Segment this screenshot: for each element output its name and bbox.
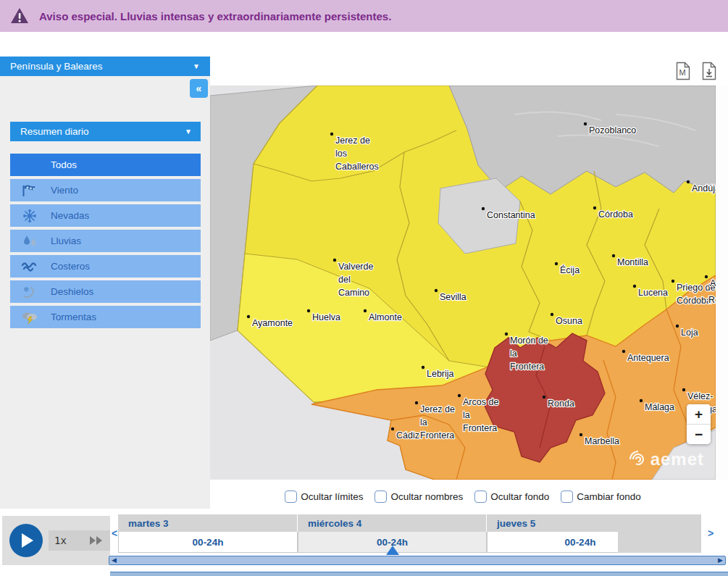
option-ocultar-fondo[interactable]: Ocultar fondo (474, 491, 549, 503)
special-warning-banner: Aviso especial. Lluvias intensas y extra… (0, 0, 728, 32)
chevron-down-icon: ▼ (193, 62, 200, 70)
map-options-row: Ocultar límitesOcultar nombresOcultar fo… (210, 484, 716, 509)
city-dot (633, 285, 636, 288)
map-toolbar: M (675, 62, 717, 80)
warning-filter-list: TodosVientoNevadasLluviasCosteros❄Deshie… (10, 154, 201, 331)
svg-text:Málaga: Málaga (645, 402, 674, 412)
speed-label: 1x (54, 535, 67, 546)
city-dot (435, 289, 438, 292)
filter-item-costeros[interactable]: Costeros (10, 255, 201, 277)
svg-text:Montilla: Montilla (617, 257, 648, 267)
download-icon[interactable] (701, 62, 717, 80)
filter-label: Todos (51, 159, 77, 170)
timeline-filler (618, 514, 702, 553)
city-dot (333, 259, 336, 262)
checkbox-unchecked[interactable] (561, 491, 573, 503)
filter-item-nevadas[interactable]: Nevadas (10, 204, 201, 227)
city-dot (458, 394, 461, 397)
city-dot (505, 333, 508, 335)
timeline-current-marker (386, 546, 399, 555)
map-right-gutter (716, 85, 728, 480)
map-document-icon[interactable]: M (675, 62, 691, 80)
filter-label: Deshielos (51, 286, 93, 297)
option-ocultar-límites[interactable]: Ocultar límites (285, 491, 363, 503)
svg-text:Cádiz: Cádiz (396, 430, 419, 441)
warnings-map[interactable]: Jerez delosCaballerosPozoblancoConstanti… (210, 85, 716, 480)
filter-label: Nevadas (51, 210, 89, 221)
svg-text:Loja: Loja (681, 327, 698, 338)
storm-icon (20, 309, 39, 325)
scroll-left-icon[interactable]: ◀ (112, 557, 117, 564)
filter-item-todos[interactable]: Todos (10, 154, 201, 176)
option-label: Ocultar fondo (490, 491, 549, 502)
chevron-down-icon: ▼ (185, 128, 192, 135)
animation-player: 1x (2, 516, 110, 565)
filter-item-tormentas[interactable]: Tormentas (10, 306, 201, 328)
waves-icon (20, 259, 39, 275)
day-header: miércoles 4 (298, 514, 487, 532)
region-selector-dropdown[interactable]: Península y Baleares ▼ (0, 57, 210, 76)
summary-selector-dropdown[interactable]: Resumen diario ▼ (10, 122, 201, 141)
svg-text:❄: ❄ (23, 285, 29, 293)
raindrops-icon (20, 233, 39, 249)
day-range-button[interactable]: 00-24h (118, 532, 298, 553)
filter-item-deshielos[interactable]: ❄Deshielos (10, 280, 201, 303)
summary-selector-label: Resumen diario (20, 126, 89, 137)
svg-text:Ayamonte: Ayamonte (252, 318, 293, 328)
svg-text:Huelva: Huelva (312, 312, 340, 322)
city-dot (364, 309, 367, 312)
svg-text:Pozoblanco: Pozoblanco (589, 125, 636, 135)
svg-text:Écija: Écija (560, 264, 580, 275)
svg-text:Re: Re (708, 295, 716, 305)
thaw-icon: ❄ (20, 284, 39, 300)
svg-text:Lucena: Lucena (638, 288, 668, 298)
none-icon (20, 157, 39, 173)
city-dot (687, 180, 690, 183)
map-zoom-control: + − (687, 404, 711, 444)
region-selector-label: Península y Baleares (10, 61, 103, 72)
day-label: martes 3 (128, 518, 169, 529)
fast-forward-icon[interactable] (88, 535, 104, 546)
timeline-day-martes-3: martes 300-24h (118, 514, 298, 553)
windsock-icon (20, 183, 39, 199)
city-dot (676, 325, 679, 327)
filter-label: Lluvias (51, 235, 81, 246)
svg-text:Córdoba: Córdoba (598, 209, 633, 220)
scroll-right-icon[interactable]: ▶ (718, 557, 723, 564)
city-dot (543, 396, 545, 398)
city-dot (584, 122, 587, 125)
filter-item-lluvias[interactable]: Lluvias (10, 230, 201, 252)
option-ocultar-nombres[interactable]: Ocultar nombres (375, 491, 463, 503)
city-dot (555, 262, 558, 265)
collapse-chevrons-icon: « (196, 83, 202, 94)
sidebar-collapse-button[interactable]: « (190, 79, 208, 98)
sidebar-panel: « Resumen diario ▼ TodosVientoNevadasLlu… (0, 76, 210, 509)
svg-text:Sevilla: Sevilla (440, 292, 466, 302)
city-dot (551, 313, 553, 316)
checkbox-unchecked[interactable] (474, 491, 487, 503)
checkbox-unchecked[interactable] (285, 491, 297, 503)
filter-label: Costeros (51, 261, 90, 272)
city-dot (622, 350, 625, 353)
play-icon (22, 533, 33, 548)
speed-control[interactable]: 1x (49, 530, 110, 551)
day-label: miércoles 4 (308, 518, 361, 529)
city-dot (415, 401, 418, 404)
svg-text:Antequera: Antequera (627, 353, 669, 363)
city-dot (422, 366, 424, 369)
city-dot (705, 275, 708, 278)
play-button[interactable] (9, 524, 43, 557)
timeline-next-button[interactable]: > (706, 514, 715, 552)
city-dot (593, 206, 596, 209)
city-dot (612, 254, 615, 257)
zoom-out-button[interactable]: − (687, 425, 711, 444)
secondary-scrollbar[interactable] (110, 572, 728, 576)
timeline-scrollbar[interactable]: ◀ ▶ (109, 556, 726, 565)
zoom-in-button[interactable]: + (687, 404, 711, 425)
option-cambiar-fondo[interactable]: Cambiar fondo (561, 491, 641, 503)
city-dot (391, 427, 394, 430)
filter-item-viento[interactable]: Viento (10, 179, 201, 201)
map-city-label: Re (708, 295, 716, 305)
city-dot (247, 315, 250, 318)
checkbox-unchecked[interactable] (375, 491, 387, 503)
